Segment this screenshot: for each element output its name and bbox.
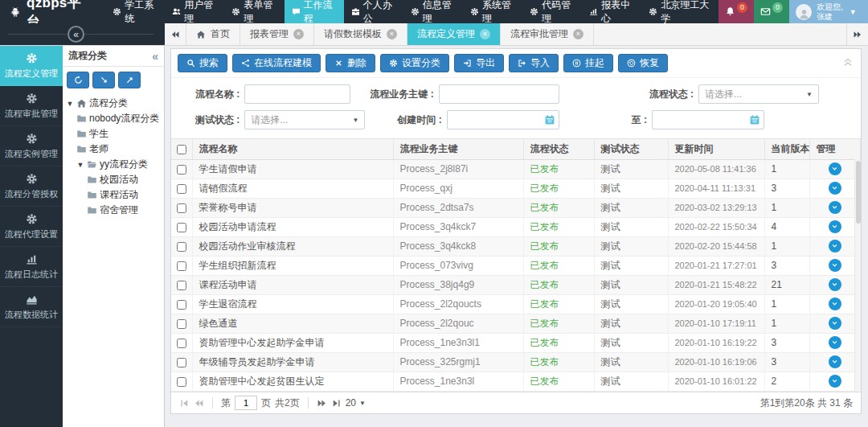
close-tab-icon[interactable]: × xyxy=(573,29,583,39)
row-checkbox[interactable] xyxy=(177,358,186,367)
sidebar-item[interactable]: 流程定义管理 xyxy=(0,46,63,86)
close-tab-icon[interactable]: × xyxy=(293,29,304,39)
search-button[interactable]: 搜索 xyxy=(178,54,227,72)
row-checkbox[interactable] xyxy=(177,261,186,271)
delete-button[interactable]: 删除 xyxy=(326,54,375,72)
table-scrollbar[interactable] xyxy=(854,159,861,392)
process-key-input[interactable] xyxy=(439,84,559,104)
last-page-button[interactable] xyxy=(331,398,342,409)
row-checkbox[interactable] xyxy=(177,203,186,213)
nav-item[interactable]: 工作流程 xyxy=(285,0,344,23)
sidebar-item[interactable]: 流程日志统计 xyxy=(0,247,63,287)
nav-item[interactable]: 个人办公 xyxy=(344,0,403,23)
row-actions-button[interactable] xyxy=(829,278,841,291)
calendar-icon[interactable] xyxy=(749,114,760,125)
tree-expander-icon[interactable]: ▼ xyxy=(76,161,84,169)
suspend-button[interactable]: 挂起 xyxy=(563,54,613,72)
row-checkbox[interactable] xyxy=(177,242,186,252)
tree-node[interactable]: 课程活动 xyxy=(63,187,164,203)
sidebar-item[interactable]: 流程代理设置 xyxy=(0,207,63,247)
import-button[interactable]: 导入 xyxy=(509,54,559,72)
create-time-from-input[interactable] xyxy=(447,110,559,129)
tree-expander-icon[interactable]: ▼ xyxy=(66,100,74,108)
row-checkbox[interactable] xyxy=(177,223,186,232)
row-actions-button[interactable] xyxy=(829,355,841,368)
column-header[interactable]: 测试状态 xyxy=(594,139,668,159)
user-menu[interactable]: 欢迎您, 张建 ▼ xyxy=(789,0,868,23)
tree-node[interactable]: ▼ yy流程分类 xyxy=(63,157,164,172)
notifications-button[interactable]: 0 xyxy=(719,0,754,23)
nav-item[interactable]: 信息管理 xyxy=(403,0,463,23)
table-row[interactable]: 资助管理中心发起助学金申请 Process_1ne3n3l1 已发布 测试 20… xyxy=(171,333,861,352)
table-row[interactable]: 资助管理中心发起贫困生认定 Process_1ne3n3l 已发布 测试 202… xyxy=(171,372,861,391)
close-tab-icon[interactable]: × xyxy=(387,29,397,39)
tab[interactable]: 首页 xyxy=(186,23,240,45)
row-checkbox[interactable] xyxy=(177,281,186,290)
export-button[interactable]: 导出 xyxy=(454,54,504,72)
column-header[interactable]: 管理 xyxy=(809,139,861,159)
column-header[interactable]: 更新时间 xyxy=(668,139,764,159)
page-number-input[interactable] xyxy=(235,396,257,410)
tree-node[interactable]: 学生 xyxy=(63,126,164,142)
sidebar-item[interactable]: 流程审批管理 xyxy=(0,86,63,126)
online-modeling-button[interactable]: 在线流程建模 xyxy=(232,54,321,72)
sidebar-item[interactable]: 流程实例管理 xyxy=(0,126,63,166)
close-tab-icon[interactable]: × xyxy=(480,29,490,39)
row-actions-button[interactable] xyxy=(829,201,841,214)
table-row[interactable]: 校园活动作业审核流程 Process_3q4kck8 已发布 测试 2020-0… xyxy=(171,236,861,256)
tab[interactable]: 报表管理 × xyxy=(240,23,314,45)
row-actions-button[interactable] xyxy=(829,182,841,195)
sidebar-item[interactable]: 流程数据统计 xyxy=(0,287,63,327)
row-actions-button[interactable] xyxy=(829,240,841,253)
tab[interactable]: 流程定义管理 × xyxy=(407,23,501,45)
column-header[interactable]: 流程状态 xyxy=(523,139,594,159)
column-header[interactable]: 流程业务主键 xyxy=(393,139,523,159)
row-actions-button[interactable] xyxy=(829,336,841,349)
tree-collapse-all-button[interactable] xyxy=(118,72,141,88)
row-checkbox[interactable] xyxy=(177,300,186,310)
table-row[interactable]: 学生组织招新流程 Process_073vivg 已发布 测试 2020-01-… xyxy=(171,256,861,275)
messages-button[interactable]: 0 xyxy=(754,0,789,23)
table-row[interactable]: 荣誉称号申请 Process_2dtsa7s 已发布 测试 2020-03-02… xyxy=(171,198,861,217)
column-header[interactable]: 流程名称 xyxy=(192,139,393,159)
table-row[interactable]: 学生退宿流程 Process_2l2qoucts 已发布 测试 2020-01-… xyxy=(171,294,861,314)
nav-item[interactable]: 用户管理 xyxy=(165,0,224,23)
nav-item[interactable]: 报表中心 xyxy=(582,0,641,23)
previous-page-button[interactable] xyxy=(194,398,204,409)
nav-item[interactable]: 北京理工大学 xyxy=(641,0,719,23)
table-row[interactable]: 绿色通道 Process_2l2qouc 已发布 测试 2020-01-10 1… xyxy=(171,314,861,333)
tree-node[interactable]: ▼ 流程分类 xyxy=(63,96,164,111)
tree-node[interactable]: 宿舍管理 xyxy=(63,203,164,218)
tree-refresh-button[interactable] xyxy=(67,72,89,88)
row-checkbox[interactable] xyxy=(177,165,186,174)
first-page-button[interactable] xyxy=(179,398,190,409)
row-actions-button[interactable] xyxy=(829,162,841,175)
nav-item[interactable]: 代码管理 xyxy=(522,0,582,23)
tabs-scroll-left-button[interactable] xyxy=(165,23,186,45)
table-row[interactable]: 年级辅导员发起助学金申请 Process_325rgmj1 已发布 测试 202… xyxy=(171,352,861,372)
table-row[interactable]: 课程活动申请 Process_38jq4g9 已发布 测试 2020-01-21… xyxy=(171,275,861,294)
set-category-button[interactable]: 设置分类 xyxy=(380,54,449,72)
next-page-button[interactable] xyxy=(317,398,327,409)
tree-node[interactable]: 校园活动 xyxy=(63,172,164,187)
row-actions-button[interactable] xyxy=(829,298,841,310)
tree-collapse-icon[interactable]: « xyxy=(152,50,158,63)
tree-expand-all-button[interactable] xyxy=(92,72,115,88)
row-checkbox[interactable] xyxy=(177,377,186,387)
sidebar-collapse-button[interactable]: « xyxy=(68,26,84,43)
restore-button[interactable]: 恢复 xyxy=(618,54,668,72)
table-row[interactable]: 年级辅导员发起贫困生认定 Process_325rgmj 已发布 测试 2020… xyxy=(171,391,861,392)
page-size-select[interactable]: 20 ▼ xyxy=(346,397,366,409)
row-actions-button[interactable] xyxy=(829,259,841,272)
table-row[interactable]: 学生请假申请 Process_2j8l87i 已发布 测试 2020-05-08… xyxy=(171,159,861,179)
process-status-select[interactable]: 请选择... ▼ xyxy=(698,84,819,104)
column-header[interactable]: 当前版本号 xyxy=(764,139,809,159)
nav-item[interactable]: 学工系统 xyxy=(105,0,165,23)
nav-item[interactable]: 系统管理 xyxy=(463,0,522,23)
process-name-input[interactable] xyxy=(244,84,350,104)
test-status-select[interactable]: 请选择... ▼ xyxy=(244,110,365,129)
table-row[interactable]: 校园活动申请流程 Process_3q4kck7 已发布 测试 2020-02-… xyxy=(171,217,861,236)
select-all-checkbox[interactable] xyxy=(177,145,186,154)
panel-collapse-button[interactable] xyxy=(841,55,854,68)
row-checkbox[interactable] xyxy=(177,319,186,329)
